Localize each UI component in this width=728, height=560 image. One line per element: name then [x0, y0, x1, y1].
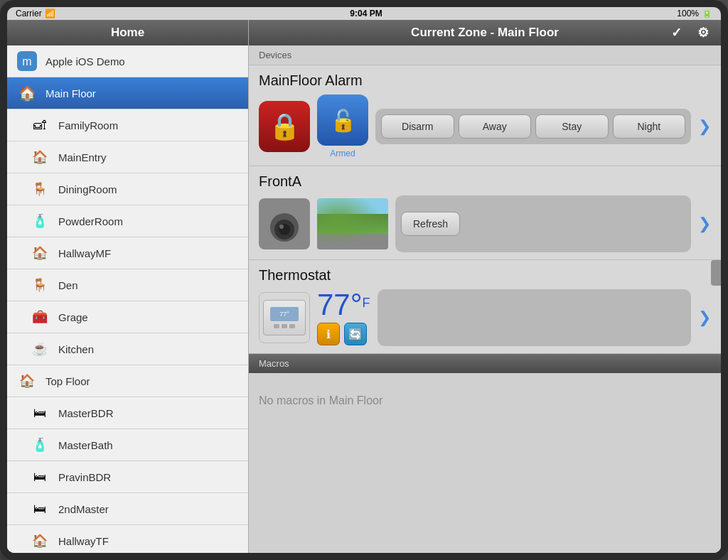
thermostat-title: Thermostat	[259, 267, 711, 284]
night-button[interactable]: Night	[613, 114, 686, 139]
sidebar-item-powder-room[interactable]: 🧴 PowderRoom	[7, 205, 248, 237]
grage-label: Grage	[58, 311, 88, 323]
den-label: Den	[58, 279, 78, 291]
away-button[interactable]: Away	[459, 114, 532, 139]
battery-label: 100%	[677, 9, 699, 18]
master-bath-icon: 🧴	[28, 434, 51, 456]
temp-value-row: 77° F	[317, 290, 370, 320]
alarm-content: 🔒 🔓 Armed Disarm Away	[259, 95, 711, 158]
sidebar-item-pravin-bdr[interactable]: 🛏 PravinBDR	[7, 461, 248, 493]
alarm-chevron-icon[interactable]: ❯	[698, 117, 711, 136]
alarm-buttons-container: Disarm Away Stay Night	[375, 109, 691, 144]
apple-ios-demo-label: Apple iOS Demo	[46, 55, 125, 68]
refresh-button[interactable]: Refresh	[401, 212, 460, 236]
main-floor-label: Main Floor	[46, 87, 96, 99]
thermostat-device-visual: 77°	[263, 300, 306, 335]
macros-header: Macros	[249, 354, 721, 373]
thermostat-screen: 77°	[270, 307, 299, 321]
camera-dome-icon	[259, 198, 310, 249]
master-bath-label: MasterBath	[58, 439, 113, 451]
time-display: 9:04 PM	[350, 9, 382, 18]
sidebar-item-kitchen[interactable]: ☕ Kitchen	[7, 333, 248, 365]
thermostat-device-controls	[274, 324, 295, 328]
pravin-bdr-icon: 🛏	[28, 465, 51, 488]
den-icon: 🪑	[28, 274, 51, 296]
family-room-label: FamilyRoom	[58, 119, 118, 131]
sidebar-item-main-entry[interactable]: 🏠 MainEntry	[7, 141, 248, 173]
temperature-controls: ℹ 🔄	[317, 323, 367, 345]
wifi-icon: 📶	[45, 9, 55, 18]
thermostat-right-panel	[378, 289, 691, 346]
check-button[interactable]: ✓	[665, 22, 687, 43]
family-room-icon: 🛋	[28, 114, 51, 136]
dining-room-label: DiningRoom	[58, 183, 117, 195]
sidebar-item-apple-ios-demo[interactable]: m Apple iOS Demo	[7, 45, 248, 77]
main-entry-label: MainEntry	[58, 151, 107, 163]
alarm-title: MainFloor Alarm	[259, 72, 711, 89]
temperature-unit: F	[363, 296, 370, 311]
camera-chevron-icon[interactable]: ❯	[698, 215, 711, 233]
top-floor-icon: 🏠	[16, 370, 38, 392]
kitchen-label: Kitchen	[58, 343, 94, 355]
thermostat-refresh-button[interactable]: 🔄	[344, 323, 367, 345]
sidebar-item-den[interactable]: 🪑 Den	[7, 269, 248, 301]
thermostat-control-1	[274, 324, 279, 328]
sidebar-header: Home	[7, 20, 248, 45]
alarm-lock-icon: 🔒	[259, 101, 310, 152]
panel-header-actions: ✓ ⚙	[665, 22, 714, 43]
sidebar-item-dining-room[interactable]: 🪑 DiningRoom	[7, 173, 248, 205]
powder-room-label: PowderRoom	[58, 215, 123, 227]
carrier-label: Carrier	[16, 9, 42, 18]
sidebar-item-2nd-master[interactable]: 🛏 2ndMaster	[7, 493, 248, 525]
thermostat-chevron-icon[interactable]: ❯	[698, 308, 711, 327]
hallway-tf-icon: 🏠	[28, 529, 51, 552]
status-bar-left: Carrier 📶	[16, 9, 55, 18]
main-content: Home m Apple iOS Demo 🏠 Main Floor 🛋	[7, 20, 721, 553]
alarm-card: MainFloor Alarm 🔒 🔓 Armed	[249, 65, 721, 166]
sidebar: Home m Apple iOS Demo 🏠 Main Floor 🛋	[7, 20, 249, 553]
hallway-mf-icon: 🏠	[28, 242, 51, 264]
settings-button[interactable]: ⚙	[692, 22, 714, 43]
devices-section-label: Devices	[249, 45, 721, 65]
right-panel: Current Zone - Main Floor ✓ ⚙ Devices Ma…	[249, 20, 721, 553]
sidebar-item-main-floor[interactable]: 🏠 Main Floor	[7, 77, 248, 109]
camera-title: FrontA	[259, 173, 711, 190]
panel-header: Current Zone - Main Floor ✓ ⚙	[249, 20, 721, 45]
right-panel-wrapper: Current Zone - Main Floor ✓ ⚙ Devices Ma…	[249, 20, 721, 553]
disarm-button[interactable]: Disarm	[381, 114, 454, 139]
sidebar-item-top-floor[interactable]: 🏠 Top Floor	[7, 365, 248, 397]
master-bdr-label: MasterBDR	[58, 407, 114, 419]
dining-room-icon: 🪑	[28, 178, 51, 200]
sidebar-item-grage[interactable]: 🧰 Grage	[7, 301, 248, 333]
thermostat-info-button[interactable]: ℹ	[317, 323, 340, 345]
no-macros-message: No macros in Main Floor	[259, 394, 382, 407]
sidebar-item-hallway-mf[interactable]: 🏠 HallwayMF	[7, 237, 248, 269]
sidebar-item-master-bdr[interactable]: 🛏 MasterBDR	[7, 397, 248, 429]
status-bar: Carrier 📶 9:04 PM 100% 🔋	[7, 7, 721, 20]
thermostat-control-2	[282, 324, 287, 328]
pravin-bdr-label: PravinBDR	[58, 471, 111, 483]
hallway-tf-label: HallwayTF	[58, 535, 109, 547]
battery-icon: 🔋	[702, 9, 712, 18]
sidebar-item-hallway-tf[interactable]: 🏠 HallwayTF	[7, 525, 248, 553]
2nd-master-icon: 🛏	[28, 497, 51, 520]
armed-icon: 🔓	[317, 95, 368, 146]
hallway-mf-label: HallwayMF	[58, 247, 111, 259]
stay-button[interactable]: Stay	[535, 114, 609, 139]
temperature-value: 77°	[317, 290, 363, 320]
apple-ios-demo-icon: m	[16, 50, 38, 72]
master-bdr-icon: 🛏	[28, 402, 51, 424]
sidebar-item-master-bath[interactable]: 🧴 MasterBath	[7, 429, 248, 461]
refresh-area: Refresh	[395, 195, 691, 252]
grage-icon: 🧰	[28, 306, 51, 328]
scroll-handle[interactable]	[711, 260, 721, 286]
thermostat-device-icon: 77°	[259, 292, 310, 343]
kitchen-icon: ☕	[28, 338, 51, 360]
sidebar-item-family-room[interactable]: 🛋 FamilyRoom	[7, 109, 248, 141]
macros-content: No macros in Main Floor	[249, 373, 721, 553]
device-frame: Carrier 📶 9:04 PM 100% 🔋 Home m Apple iO…	[0, 0, 728, 560]
camera-card: FrontA	[249, 166, 721, 260]
temperature-display: 77° F ℹ 🔄	[317, 290, 370, 345]
thermostat-content: 77° 77°	[259, 289, 711, 346]
svg-point-6	[279, 225, 284, 229]
